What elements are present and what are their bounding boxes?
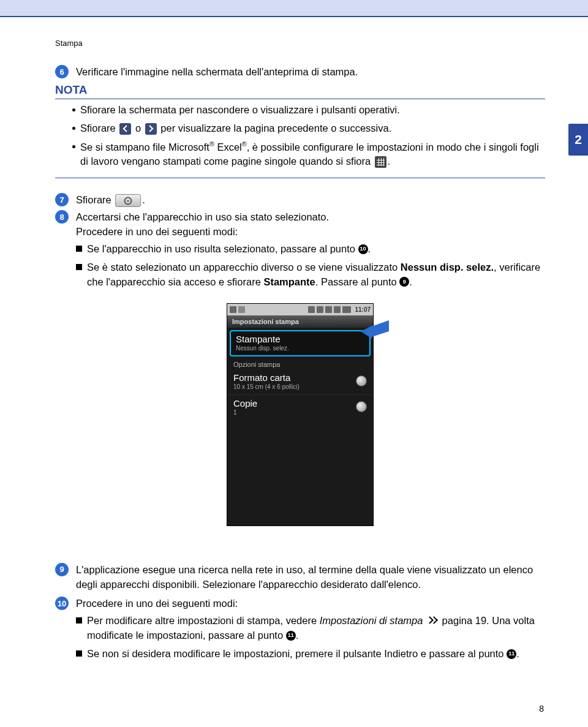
step-8-sub1: Se l'apparecchio in uso risulta selezion… [76, 242, 545, 257]
step-10-line1: Procedere in uno dei seguenti modi: [76, 597, 545, 611]
step-7: 7 Sfiorare . [55, 193, 545, 208]
note-title: NOTA [55, 83, 545, 97]
svg-marker-1 [361, 325, 373, 339]
step-number-9: 9 [55, 563, 69, 576]
printer-label: Stampante [236, 334, 364, 344]
step-6: 6 Verificare l'immagine nella schermata … [55, 65, 545, 80]
note-bullet-2: Sfiorare o per visualizzare la pagina pr… [72, 121, 545, 136]
ref-11-badge: 11 [286, 631, 296, 641]
square-bullet-icon [76, 617, 82, 623]
note-bullet-1-text: Sfiorare la schermata per nascondere o v… [80, 103, 400, 118]
page-content: Stampa 6 Verificare l'immagine nella sch… [0, 39, 588, 661]
note-bullet-1: Sfiorare la schermata per nascondere o v… [72, 103, 545, 118]
square-bullet-icon [76, 246, 82, 252]
phone-frame: 11:07 Impostazioni stampa Stampante Ness… [227, 303, 374, 526]
bullet-dot-icon [72, 108, 75, 111]
paper-format-title: Formato carta [233, 372, 300, 383]
chapter-side-tab: 2 [568, 124, 588, 156]
ref-9-badge: 9 [399, 277, 409, 287]
step-9: 9 L'applicazione esegue una ricerca nell… [55, 563, 545, 592]
step-8-sub2: Se è stato selezionato un apparecchio di… [76, 260, 545, 290]
step-number-10: 10 [55, 597, 69, 610]
step-8-line1: Accertarsi che l'apparecchio in uso sia … [76, 210, 545, 225]
ref-10-badge: 10 [358, 244, 368, 254]
step-10-sub1: Per modificare altre impostazioni di sta… [76, 614, 545, 643]
step-7-text: Sfiorare . [76, 193, 545, 208]
square-bullet-icon [76, 650, 82, 657]
copies-title: Copie [233, 398, 257, 409]
chevron-right-icon [145, 123, 157, 135]
step-10-sublist: Per modificare altre impostazioni di sta… [76, 614, 545, 661]
status-icon [308, 306, 315, 313]
square-bullet-icon [76, 264, 82, 270]
note-bullet-3: Se si stampano file Microsoft® Excel®, è… [72, 140, 545, 169]
step-number-8: 8 [55, 210, 69, 224]
status-icon [230, 306, 236, 313]
section-header: Stampa [55, 39, 545, 48]
signal-icon [317, 306, 323, 313]
phone-section-label: Opzioni stampa [227, 359, 373, 369]
bullet-dot-icon [72, 127, 75, 130]
page-number: 8 [539, 704, 544, 714]
bullet-dot-icon [72, 145, 75, 148]
paper-format-row[interactable]: Formato carta 10 x 15 cm (4 x 6 pollici) [227, 369, 373, 395]
status-time: 11:07 [355, 306, 371, 313]
step-8-text: Accertarsi che l'apparecchio in uso sia … [76, 210, 545, 239]
expand-icon [356, 375, 367, 386]
grid-settings-icon [375, 156, 386, 168]
paper-format-sub: 10 x 15 cm (4 x 6 pollici) [233, 383, 300, 390]
step-9-text: L'applicazione esegue una ricerca nella … [76, 563, 545, 592]
signal-icon [325, 306, 332, 313]
phone-screenshot: 11:07 Impostazioni stampa Stampante Ness… [227, 303, 374, 526]
arrow-indicator-icon [361, 320, 389, 339]
step-number-7: 7 [55, 193, 69, 206]
chevron-left-icon [119, 123, 131, 135]
print-button-icon [115, 194, 141, 207]
page-top-bar [0, 0, 588, 17]
phone-screen-title: Impostazioni stampa [227, 315, 373, 328]
battery-icon [342, 306, 351, 313]
double-arrow-icon [427, 617, 438, 624]
note-rule-bottom [55, 178, 545, 178]
note-bullet-2-text: Sfiorare o per visualizzare la pagina pr… [80, 121, 391, 136]
note-bullet-3-text: Se si stampano file Microsoft® Excel®, è… [80, 140, 545, 169]
printer-sub: Nessun disp. selez. [236, 345, 364, 352]
step-number-6: 6 [55, 65, 69, 78]
step-8-sublist: Se l'apparecchio in uso risulta selezion… [76, 242, 545, 290]
note-rule-top [55, 99, 545, 99]
step-6-text: Verificare l'immagine nella schermata de… [76, 65, 545, 80]
ref-11-badge: 11 [507, 649, 516, 659]
status-icon [238, 306, 245, 313]
copies-sub: 1 [233, 409, 257, 416]
printer-selection-row[interactable]: Stampante Nessun disp. selez. [230, 330, 371, 356]
expand-icon [356, 401, 367, 412]
copies-row[interactable]: Copie 1 [227, 395, 373, 420]
step-8: 8 Accertarsi che l'apparecchio in uso si… [55, 210, 545, 239]
step-10: 10 Procedere in uno dei seguenti modi: [55, 597, 545, 611]
phone-status-bar: 11:07 [227, 304, 373, 315]
step-8-line2: Procedere in uno dei seguenti modi: [76, 225, 545, 239]
signal-icon [334, 306, 341, 313]
step-10-sub2: Se non si desidera modificare le imposta… [76, 647, 545, 661]
